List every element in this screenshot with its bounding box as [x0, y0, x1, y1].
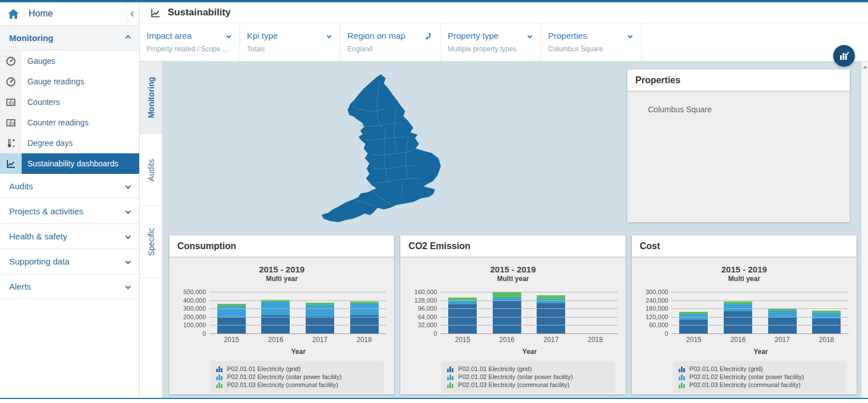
sidebar-item-counter-readings[interactable]: 15 Counter readings [0, 112, 139, 133]
sidebar-section-supporting-data[interactable]: Supporting data [0, 249, 139, 274]
bar-segment[interactable] [768, 311, 797, 317]
y-tick-label: 0 [433, 330, 437, 337]
stacked-bar[interactable] [493, 292, 521, 334]
bar-segment[interactable] [350, 304, 379, 315]
filter-region-on-map[interactable]: Region on map England [340, 23, 441, 61]
filters-bar: Impact area Property related / Scope 2 -… [140, 23, 868, 62]
stacked-bar[interactable] [448, 298, 477, 334]
y-tick-label: 180,000 [646, 305, 668, 312]
stacked-bar[interactable] [537, 295, 565, 334]
stacked-bar[interactable] [812, 311, 841, 334]
sidebar-section-monitoring[interactable]: Monitoring [0, 26, 139, 51]
bar-segment[interactable] [493, 292, 521, 297]
sidebar-collapse-button[interactable] [126, 2, 139, 25]
bar-segment[interactable] [812, 319, 841, 334]
sidebar-section-health-safety[interactable]: Health & safety [0, 224, 139, 249]
filter-impact-area[interactable]: Impact area Property related / Scope 2 -… [140, 23, 240, 61]
x-tick-label: 2015 [217, 336, 246, 344]
tab-label: Monitoring [147, 77, 156, 118]
x-tick-label: 2017 [306, 336, 334, 344]
card-title: CO2 Emission [400, 235, 625, 257]
filter-label: Impact area [147, 31, 192, 40]
legend-item[interactable]: P02.01.01 Electricity (grid) [679, 365, 841, 373]
legend-item[interactable]: P02.01.03 Electricity (communal facility… [216, 381, 378, 389]
bar-segment[interactable] [724, 304, 752, 311]
bar-segment[interactable] [812, 313, 841, 319]
x-track: 2015201620172018 [440, 336, 617, 344]
legend-item[interactable]: P02.01.02 Electricity (solar power facil… [447, 373, 609, 381]
mini-bar-chart-icon [447, 382, 455, 388]
x-axis-line [672, 333, 849, 334]
bar-segment[interactable] [679, 320, 708, 334]
sidebar-section-audits[interactable]: Audits [0, 174, 139, 199]
sidebar-item-label: Degree days [22, 133, 139, 153]
y-axis: 060,000120,000180,000240,000300,000 [635, 287, 672, 334]
tab-audits[interactable]: Audits [140, 134, 162, 206]
sidebar-item-counters[interactable]: 15 Counters [0, 92, 139, 112]
bar-segment[interactable] [537, 303, 565, 334]
mini-bar-chart-icon [447, 374, 455, 380]
legend-item[interactable]: P02.01.01 Electricity (grid) [447, 365, 609, 373]
legend-item[interactable]: P02.01.02 Electricity (solar power facil… [679, 373, 841, 381]
gridline [209, 300, 386, 301]
legend-item[interactable]: P02.01.01 Electricity (grid) [216, 365, 378, 373]
tab-specific[interactable]: Specific [140, 206, 162, 279]
filter-value: England [347, 45, 432, 53]
sidebar-item-degree-days[interactable]: Degree days [0, 133, 139, 153]
filter-property-type[interactable]: Property type Multiple property types [441, 23, 541, 61]
mini-bar-chart-icon [216, 374, 224, 380]
bar-segment[interactable] [724, 311, 752, 334]
sidebar-section-projects-activities[interactable]: Projects & activities [0, 199, 139, 224]
property-list-item[interactable]: Columbus Square [627, 91, 850, 114]
gridline [440, 317, 617, 317]
legend-item[interactable]: P02.01.03 Electricity (communal facility… [679, 381, 841, 389]
chevron-down-icon [327, 33, 331, 38]
sidebar-item-gauges[interactable]: Gauges [0, 51, 139, 71]
x-tick-label: 2016 [261, 336, 290, 344]
filter-properties[interactable]: Properties Columbus Square [541, 23, 642, 61]
bar-segment[interactable] [537, 295, 565, 299]
x-tick-label: 2015 [679, 336, 708, 344]
stacked-bar[interactable] [306, 303, 334, 334]
y-tick-label: 200,000 [183, 314, 206, 320]
x-track: 2015201620172018 [209, 336, 386, 344]
main-area: Sustainability Impact area Property rela… [140, 2, 868, 399]
legend-label: P02.01.03 Electricity (communal facility… [458, 381, 569, 389]
chart: 2015 - 2019Multi year032,00064,00096,000… [400, 257, 625, 393]
bars [209, 287, 386, 334]
sidebar-item-label: Gauge readings [22, 71, 139, 92]
legend-label: P02.01.03 Electricity (communal facility… [689, 381, 801, 389]
stacked-bar[interactable] [724, 302, 752, 334]
england-map[interactable] [317, 71, 443, 223]
y-tick-label: 64,000 [418, 314, 437, 320]
bar-chart-check-icon [838, 50, 850, 62]
stacked-bar[interactable] [350, 302, 379, 334]
stacked-bar[interactable] [679, 312, 708, 334]
counter-icon: 15 [0, 112, 22, 133]
bar-segment[interactable] [217, 306, 246, 317]
chart-title: 2015 - 2019 [632, 264, 857, 274]
mini-bar-chart-icon [216, 382, 224, 388]
tab-monitoring[interactable]: Monitoring [140, 62, 162, 134]
svg-text:1: 1 [8, 100, 11, 105]
sidebar-item-sustainability-dashboards[interactable]: Sustainability dashboards [0, 153, 139, 174]
legend-item[interactable]: P02.01.02 Electricity (solar power facil… [216, 373, 378, 381]
chevron-down-icon [628, 33, 632, 38]
x-axis-line [209, 333, 386, 334]
filter-label: Kpi type [247, 31, 278, 40]
sidebar-item-home[interactable]: Home [0, 2, 139, 26]
sidebar-section-alerts[interactable]: Alerts [0, 274, 139, 299]
vertical-scrollbar[interactable] [861, 62, 868, 399]
y-tick-label: 400,000 [183, 297, 206, 304]
gridline [440, 300, 617, 301]
level-up-icon [425, 32, 432, 39]
x-tick-label: 2017 [768, 336, 797, 344]
sidebar-item-gauge-readings[interactable]: Gauge readings [0, 71, 139, 92]
x-spacer [173, 336, 209, 344]
legend-item[interactable]: P02.01.03 Electricity (communal facility… [447, 381, 609, 389]
sidebar-item-label: Home [29, 9, 53, 19]
filter-kpi-type[interactable]: Kpi type Totals [240, 23, 340, 61]
stacked-bar[interactable] [768, 308, 797, 334]
chart-settings-fab-button[interactable] [833, 45, 855, 67]
bar-segment[interactable] [306, 305, 334, 316]
